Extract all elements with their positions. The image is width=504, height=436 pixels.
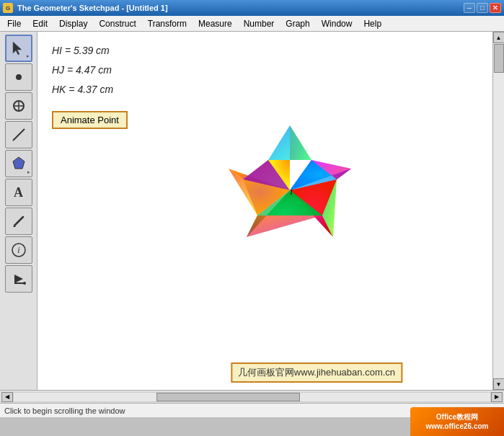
menu-bar: File Edit Display Construct Transform Me…: [0, 16, 504, 32]
animate-point-button[interactable]: Animate Point: [52, 111, 128, 129]
svg-line-7: [14, 217, 23, 226]
watermark-text: 几何画板官网www.jihehuaban.com.cn: [231, 362, 402, 383]
measurement-hi: HI = 5.39 cm: [52, 42, 113, 60]
svg-marker-11: [14, 275, 23, 283]
bottom-scrollbar[interactable]: ◀ ▶: [0, 390, 504, 403]
app-icon: G: [3, 3, 13, 13]
right-scrollbar[interactable]: ▲ ▼: [492, 32, 504, 390]
tool-line[interactable]: [5, 121, 32, 148]
svg-text:i: i: [17, 245, 19, 255]
star-figure: I: [211, 104, 369, 262]
menu-help[interactable]: Help: [358, 17, 387, 30]
main-area: ▸ ▸: [0, 32, 504, 390]
tool-motion[interactable]: [5, 265, 32, 293]
minimize-button[interactable]: ─: [464, 3, 475, 13]
badge-line2: www.office26.com: [426, 422, 489, 431]
title-bar-controls[interactable]: ─ □ ✕: [464, 3, 501, 13]
tool-info[interactable]: i: [5, 236, 32, 264]
badge-line1: Office教程网: [426, 412, 489, 422]
scroll-left-button[interactable]: ◀: [1, 392, 13, 402]
scroll-right-button[interactable]: ▶: [491, 392, 503, 402]
menu-edit[interactable]: Edit: [27, 17, 53, 30]
title-bar: G The Geometer's Sketchpad - [Untitled 1…: [0, 0, 504, 16]
tool-polygon[interactable]: ▸: [5, 150, 32, 177]
scroll-down-button[interactable]: ▼: [493, 378, 505, 390]
hscroll-track[interactable]: [13, 392, 491, 402]
tool-text[interactable]: A: [5, 179, 32, 206]
status-text: Click to begin scrolling the window: [4, 406, 125, 415]
svg-marker-25: [268, 125, 311, 160]
select-indicator: ▸: [27, 53, 30, 59]
window-title: The Geometer's Sketchpad - [Untitled 1]: [17, 4, 168, 12]
svg-point-13: [23, 282, 26, 285]
close-button[interactable]: ✕: [490, 3, 501, 13]
canvas-area[interactable]: HI = 5.39 cm HJ = 4.47 cm HK = 4.37 cm A…: [37, 32, 492, 390]
menu-construct[interactable]: Construct: [93, 17, 141, 30]
svg-marker-6: [13, 157, 25, 169]
menu-file[interactable]: File: [1, 17, 27, 30]
menu-window[interactable]: Window: [316, 17, 358, 30]
left-toolbar: ▸ ▸: [0, 32, 37, 390]
badge-content: Office教程网 www.office26.com: [426, 412, 489, 431]
tool-marker[interactable]: [5, 208, 32, 235]
measurement-hk: HK = 4.37 cm: [52, 81, 113, 99]
svg-marker-0: [13, 42, 22, 55]
measurements: HI = 5.39 cm HJ = 4.47 cm HK = 4.37 cm: [52, 42, 113, 101]
polygon-indicator: ▸: [27, 169, 30, 175]
svg-point-1: [16, 74, 22, 80]
scroll-thumb-right[interactable]: [494, 44, 504, 73]
menu-graph[interactable]: Graph: [280, 17, 315, 30]
office-badge: Office教程网 www.office26.com: [410, 407, 504, 436]
svg-marker-28: [247, 215, 322, 237]
menu-number[interactable]: Number: [238, 17, 280, 30]
tool-compass[interactable]: [5, 92, 32, 120]
status-bar: Click to begin scrolling the window Offi…: [0, 403, 504, 417]
svg-line-5: [13, 129, 25, 141]
measurement-hj: HJ = 4.47 cm: [52, 61, 113, 79]
menu-display[interactable]: Display: [53, 17, 93, 30]
menu-measure[interactable]: Measure: [193, 17, 238, 30]
menu-transform[interactable]: Transform: [142, 17, 193, 30]
scroll-track-right[interactable]: [493, 43, 505, 378]
scroll-up-button[interactable]: ▲: [493, 32, 505, 43]
text-icon: A: [14, 185, 23, 200]
title-bar-left: G The Geometer's Sketchpad - [Untitled 1…: [3, 3, 168, 13]
tool-point[interactable]: [5, 63, 32, 91]
hscroll-thumb[interactable]: [156, 393, 299, 401]
maximize-button[interactable]: □: [477, 3, 488, 13]
tool-select[interactable]: ▸: [5, 35, 32, 62]
